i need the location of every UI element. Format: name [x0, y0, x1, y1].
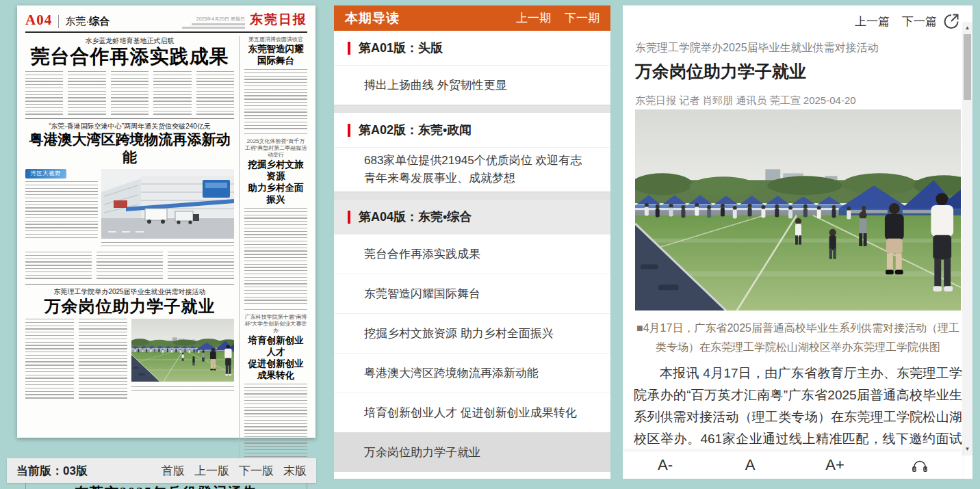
- article-reader-panel: 上一篇 下一篇 东莞理工学院举办2025届毕业生就业供需对接活动 万余岗位助力学…: [623, 5, 972, 479]
- article-title: 万余岗位助力学子就业: [635, 60, 950, 83]
- toc-item-a04-4[interactable]: 粤港澳大湾区跨境物流再添新动能: [334, 353, 610, 393]
- first-page-link[interactable]: 首版: [162, 463, 185, 479]
- article-nav: 上一篇 下一篇: [855, 14, 937, 29]
- section-marker: [348, 124, 350, 137]
- toc-item-a04-6-selected[interactable]: 万余岗位助力学子就业: [334, 432, 610, 472]
- toc-title: 本期导读: [345, 10, 400, 27]
- toc-section-a01[interactable]: 第A01版：头版: [334, 31, 610, 65]
- headphones-icon: [911, 458, 929, 473]
- masthead-logo: 东莞日报: [250, 11, 307, 29]
- current-page-label: 当前版：03版: [16, 463, 88, 479]
- toc-section-a04[interactable]: 第A04版：东莞•综合: [334, 200, 610, 234]
- scroll-up-arrow[interactable]: ▲: [962, 23, 972, 33]
- toc-section-a02[interactable]: 第A02版：东莞•政闻: [334, 113, 610, 147]
- toc-item-a02-1[interactable]: 683家单位提供21945个优质岗位 欢迎有志青年来粤发展事业、成就梦想: [334, 147, 610, 191]
- article-photo: [635, 109, 961, 310]
- article1-headline: 莞台合作再添实践成果: [25, 45, 234, 68]
- notice-headline: 东莞市2025年兵役登记通告: [32, 484, 300, 489]
- share-icon[interactable]: [942, 12, 960, 30]
- page-nav-bar: 当前版：03版 首版 上一版 下一版 末版: [7, 458, 316, 483]
- issue-toc-panel: 本期导读 上一期 下一期 第A01版：头版 搏出上扬曲线 外贸韧性更显 第A02…: [334, 5, 610, 479]
- article3-headline: 万余岗位助力学子就业: [25, 296, 234, 317]
- prev-article-link[interactable]: 上一篇: [855, 14, 890, 29]
- article2-kicker: “东莞-香港国际空港中心”两周年通关货值突破240亿元: [25, 122, 234, 131]
- prev-issue-link[interactable]: 上一期: [516, 10, 551, 26]
- paper-side-article-1: 第五届消博会圆满收官 东莞智造闪耀国际舞台: [244, 36, 307, 129]
- next-article-link[interactable]: 下一篇: [902, 14, 937, 29]
- paper-dateline: 2025年4月20日 星期日: [182, 16, 245, 29]
- next-issue-link[interactable]: 下一期: [565, 10, 599, 26]
- section-divider: [334, 105, 610, 113]
- font-larger-button[interactable]: A+: [792, 456, 877, 474]
- toc-header-bar: 本期导读 上一期 下一期: [334, 5, 610, 31]
- prev-page-link[interactable]: 上一版: [194, 463, 229, 479]
- jobfair-photo-mini: [131, 319, 234, 382]
- toc-item-a01-1[interactable]: 搏出上扬曲线 外贸韧性更显: [334, 65, 610, 105]
- toc-item-a04-3[interactable]: 挖掘乡村文旅资源 助力乡村全面振兴: [334, 313, 610, 353]
- last-page-link[interactable]: 末版: [283, 463, 307, 479]
- logistics-photo: [101, 169, 234, 239]
- bay-area-badge: 湾区大视野: [25, 169, 66, 179]
- photo-caption: ■4月17日，广东省2025届普通高校毕业生系列供需对接活动（理工类专场）在东莞…: [635, 319, 961, 357]
- toc-item-a04-2[interactable]: 东莞智造闪耀国际舞台: [334, 274, 610, 313]
- page-section-name: 东莞·综合: [58, 15, 109, 28]
- paper-side-article-2: 2025文化体验荟“百千万工程”典型村第二季融媒活动举行 挖掘乡村文旅资源 助力…: [244, 138, 307, 305]
- toc-item-a04-1[interactable]: 莞台合作再添实践成果: [334, 234, 610, 274]
- section-marker: [348, 42, 350, 55]
- paper-article-3: 东莞理工学院举办2025届毕业生就业供需对接活动 万余岗位助力学子就业: [25, 287, 234, 399]
- page-number: A04: [25, 12, 52, 29]
- section-marker: [348, 211, 350, 224]
- paper-side-article-3: 广东科技学院第十届“南博杯”大学生创新创业大赛举办 培育创新创业人才 促进创新创…: [244, 314, 307, 471]
- scrollbar-thumb[interactable]: [964, 34, 971, 100]
- listen-button[interactable]: [877, 456, 962, 474]
- next-page-link[interactable]: 下一版: [239, 463, 274, 479]
- newspaper-page-image[interactable]: A04 东莞·综合 2025年4月20日 星期日 东莞日报 水乡蓝龙虾培育基地正…: [17, 5, 315, 438]
- paper-article-2: “东莞-香港国际空港中心”两周年通关货值突破240亿元 粤港澳大湾区跨境物流再添…: [25, 122, 234, 280]
- font-smaller-button[interactable]: A-: [623, 456, 708, 474]
- article-byline: 东莞日报 记者 肖郅朋 通讯员 莞工宣 2025-04-20: [635, 94, 950, 107]
- newspaper-header: A04 东莞·综合 2025年4月20日 星期日 东莞日报: [25, 11, 307, 33]
- article-kicker: 东莞理工学院举办2025届毕业生就业供需对接活动: [635, 41, 950, 55]
- reader-toolbar: A- A A+: [623, 451, 962, 479]
- article2-headline: 粤港澳大湾区跨境物流再添新动能: [25, 131, 234, 166]
- paper-article-1: 水乡蓝龙虾培育基地正式启航 莞台合作再添实践成果: [25, 36, 234, 115]
- toc-item-a04-5[interactable]: 培育创新创业人才 促进创新创业成果转化: [334, 393, 610, 432]
- section-divider: [334, 191, 610, 200]
- article3-kicker: 东莞理工学院举办2025届毕业生就业供需对接活动: [25, 287, 234, 296]
- scroll-down-arrow[interactable]: ▼: [962, 445, 972, 454]
- epaper-reader-window: A04 东莞·综合 2025年4月20日 星期日 东莞日报 水乡蓝龙虾培育基地正…: [0, 0, 980, 489]
- article-scrollbar: ▲ ▼: [962, 22, 972, 455]
- font-normal-button[interactable]: A: [708, 456, 792, 474]
- article1-kicker: 水乡蓝龙虾培育基地正式启航: [25, 36, 234, 45]
- side1-headline: 东莞智造闪耀国际舞台: [244, 43, 307, 66]
